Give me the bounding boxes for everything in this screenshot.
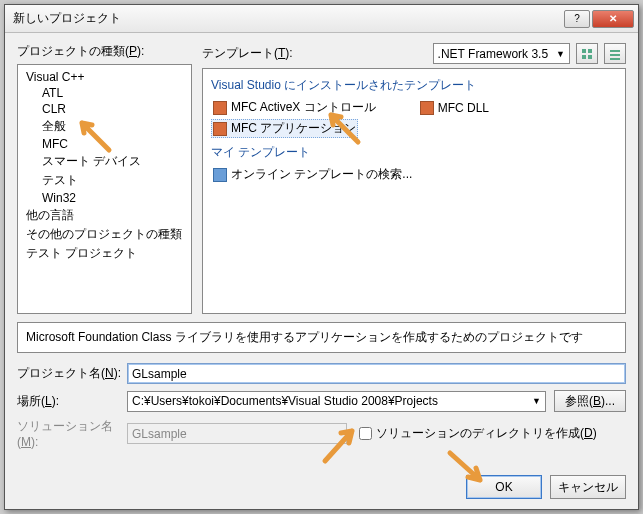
tree-item[interactable]: 全般 <box>20 117 189 136</box>
project-name-label: プロジェクト名(N): <box>17 365 127 382</box>
tree-item[interactable]: スマート デバイス <box>20 152 189 171</box>
svg-rect-5 <box>610 54 620 56</box>
search-icon <box>213 168 227 182</box>
template-item-mfc-app[interactable]: MFC アプリケーション <box>211 119 358 138</box>
tree-item[interactable]: 他の言語 <box>20 206 189 225</box>
browse-button[interactable]: 参照(B)... <box>554 390 626 412</box>
svg-rect-4 <box>610 50 620 52</box>
template-item-online[interactable]: オンライン テンプレートの検索... <box>211 165 414 184</box>
new-project-dialog: 新しいプロジェクト ? ✕ プロジェクトの種類(P): Visual C++ A… <box>4 4 639 510</box>
dialog-title: 新しいプロジェクト <box>9 10 562 27</box>
template-group-my: マイ テンプレート <box>211 144 617 161</box>
description: Microsoft Foundation Class ライブラリを使用するアプリ… <box>17 322 626 353</box>
create-directory-checkbox[interactable] <box>359 427 372 440</box>
ok-button[interactable]: OK <box>466 475 542 499</box>
tree-item[interactable]: ATL <box>20 85 189 101</box>
location-input[interactable]: C:¥Users¥tokoi¥Documents¥Visual Studio 2… <box>127 391 546 412</box>
svg-rect-0 <box>582 49 586 53</box>
tree-item[interactable]: CLR <box>20 101 189 117</box>
cancel-button[interactable]: キャンセル <box>550 475 626 499</box>
templates-label: テンプレート(T): <box>202 45 427 62</box>
chevron-down-icon: ▼ <box>556 49 565 59</box>
tree-item[interactable]: Visual C++ <box>20 69 189 85</box>
project-types-tree[interactable]: Visual C++ ATL CLR 全般 MFC スマート デバイス テスト … <box>17 64 192 314</box>
template-icon <box>213 101 227 115</box>
help-button[interactable]: ? <box>564 10 590 28</box>
titlebar: 新しいプロジェクト ? ✕ <box>5 5 638 33</box>
template-item[interactable]: MFC ActiveX コントロール <box>211 98 378 117</box>
view-large-icons-button[interactable] <box>576 43 598 64</box>
template-icon <box>213 122 227 136</box>
project-name-input[interactable]: GLsample <box>127 363 626 384</box>
tree-item[interactable]: テスト <box>20 171 189 190</box>
tree-item[interactable]: その他のプロジェクトの種類 <box>20 225 189 244</box>
svg-rect-6 <box>610 58 620 60</box>
close-button[interactable]: ✕ <box>592 10 634 28</box>
svg-rect-2 <box>582 55 586 59</box>
tree-item-mfc[interactable]: MFC <box>20 136 189 152</box>
solution-name-input: GLsample <box>127 423 347 444</box>
tree-item[interactable]: テスト プロジェクト <box>20 244 189 263</box>
svg-rect-1 <box>588 49 592 53</box>
templates-list[interactable]: Visual Studio にインストールされたテンプレート MFC Activ… <box>202 68 626 314</box>
location-label: 場所(L): <box>17 393 127 410</box>
chevron-down-icon: ▼ <box>532 396 541 406</box>
tree-item[interactable]: Win32 <box>20 190 189 206</box>
project-types-label: プロジェクトの種類(P): <box>17 43 192 60</box>
solution-name-label: ソリューション名(M): <box>17 418 127 449</box>
create-directory-label: ソリューションのディレクトリを作成(D) <box>376 425 597 442</box>
view-small-icons-button[interactable] <box>604 43 626 64</box>
template-item[interactable]: MFC DLL <box>418 98 491 117</box>
svg-rect-3 <box>588 55 592 59</box>
framework-selector[interactable]: .NET Framework 3.5▼ <box>433 43 570 64</box>
template-icon <box>420 101 434 115</box>
template-group-installed: Visual Studio にインストールされたテンプレート <box>211 77 617 94</box>
